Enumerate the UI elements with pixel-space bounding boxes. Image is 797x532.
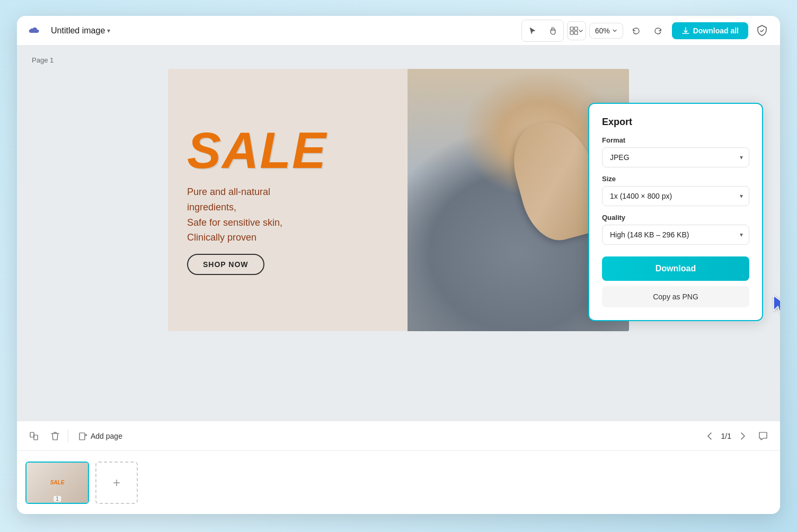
toolbar-right: Download all bbox=[672, 21, 772, 40]
shop-now-button[interactable]: SHOP NOW bbox=[187, 254, 264, 275]
zoom-level: 60% bbox=[595, 26, 610, 35]
thumbnails-bar: SALE 1 + bbox=[17, 450, 780, 514]
quality-section: Quality Low Medium High (148 KB – 296 KB… bbox=[602, 214, 749, 245]
page-label: Page 1 bbox=[32, 56, 54, 64]
export-panel: Export Format JPEG PNG PDF SVG WebP ▾ bbox=[588, 103, 763, 321]
app-container: Untitled image ▾ bbox=[17, 16, 780, 514]
size-select[interactable]: 1x (1400 × 800 px) 2x (2800 × 1600 px) 0… bbox=[602, 186, 749, 206]
sale-line1: Pure and all-natural bbox=[187, 184, 388, 200]
svg-rect-3 bbox=[574, 31, 578, 34]
undo-button[interactable] bbox=[626, 21, 645, 40]
format-section: Format JPEG PNG PDF SVG WebP ▾ bbox=[602, 136, 749, 167]
quality-select-wrapper: Low Medium High (148 KB – 296 KB) Maximu… bbox=[602, 225, 749, 245]
quality-label: Quality bbox=[602, 214, 749, 221]
add-page-thumbnail[interactable]: + bbox=[95, 462, 138, 504]
toolbar-center: 60% bbox=[521, 20, 668, 42]
bottom-divider bbox=[68, 430, 68, 442]
page-counter: 1/1 bbox=[721, 432, 731, 440]
add-page-label: Add page bbox=[91, 432, 122, 440]
hand-tool-button[interactable] bbox=[543, 21, 562, 40]
tool-group bbox=[521, 20, 564, 42]
svg-rect-2 bbox=[570, 31, 573, 34]
sale-line3: Safe for sensitive skin, bbox=[187, 215, 388, 230]
bottom-right: 1/1 bbox=[702, 428, 772, 445]
title-chevron-icon: ▾ bbox=[107, 27, 110, 34]
next-page-button[interactable] bbox=[736, 429, 750, 444]
size-label: Size bbox=[602, 175, 749, 183]
sale-title: SALE bbox=[187, 125, 388, 176]
canvas-wrapper: SALE Pure and all-natural ingredients, S… bbox=[168, 69, 629, 331]
bottom-left: Add page bbox=[25, 428, 129, 445]
size-section: Size 1x (1400 × 800 px) 2x (2800 × 1600 … bbox=[602, 175, 749, 206]
sale-subtitle: Pure and all-natural ingredients, Safe f… bbox=[187, 184, 388, 245]
svg-rect-0 bbox=[570, 27, 573, 30]
prev-page-button[interactable] bbox=[702, 429, 717, 444]
thumbnail-1-number: 1 bbox=[54, 496, 61, 502]
thumbnail-1[interactable]: SALE 1 bbox=[25, 462, 89, 504]
format-select[interactable]: JPEG PNG PDF SVG WebP bbox=[602, 147, 749, 167]
main-content: Page 1 SALE Pure and all-natural ingredi… bbox=[17, 46, 780, 514]
layout-tool-button[interactable] bbox=[567, 21, 586, 40]
format-label: Format bbox=[602, 136, 749, 144]
quality-select[interactable]: Low Medium High (148 KB – 296 KB) Maximu… bbox=[602, 225, 749, 245]
toolbar: Untitled image ▾ bbox=[17, 16, 780, 46]
shield-button[interactable] bbox=[752, 21, 772, 40]
format-select-wrapper: JPEG PNG PDF SVG WebP ▾ bbox=[602, 147, 749, 167]
doc-title[interactable]: Untitled image ▾ bbox=[47, 24, 114, 38]
svg-rect-5 bbox=[34, 435, 38, 440]
pages-icon-button[interactable] bbox=[25, 428, 42, 445]
comment-button[interactable] bbox=[755, 428, 772, 445]
download-button[interactable]: Download bbox=[602, 256, 749, 281]
cloud-icon bbox=[25, 22, 42, 39]
export-title: Export bbox=[602, 117, 749, 128]
add-page-button[interactable]: Add page bbox=[73, 429, 129, 444]
svg-rect-4 bbox=[30, 432, 34, 437]
doc-title-text: Untitled image bbox=[51, 26, 105, 36]
trash-button[interactable] bbox=[47, 428, 64, 445]
toolbar-left: Untitled image ▾ bbox=[25, 22, 517, 39]
zoom-button[interactable]: 60% bbox=[589, 23, 623, 39]
copy-png-button[interactable]: Copy as PNG bbox=[602, 286, 749, 307]
select-tool-button[interactable] bbox=[523, 21, 542, 40]
svg-rect-6 bbox=[79, 433, 85, 440]
sale-left: SALE Pure and all-natural ingredients, S… bbox=[168, 69, 408, 331]
download-all-label: Download all bbox=[693, 26, 739, 35]
sale-line4: Clinically proven bbox=[187, 230, 388, 245]
sale-line2: ingredients, bbox=[187, 200, 388, 215]
canvas-card[interactable]: SALE Pure and all-natural ingredients, S… bbox=[168, 69, 629, 331]
download-all-button[interactable]: Download all bbox=[672, 22, 748, 39]
redo-button[interactable] bbox=[649, 21, 668, 40]
size-select-wrapper: 1x (1400 × 800 px) 2x (2800 × 1600 px) 0… bbox=[602, 186, 749, 206]
bottom-bar: Add page 1/1 bbox=[17, 421, 780, 450]
canvas-area[interactable]: Page 1 SALE Pure and all-natural ingredi… bbox=[17, 46, 780, 421]
svg-rect-1 bbox=[574, 27, 578, 30]
